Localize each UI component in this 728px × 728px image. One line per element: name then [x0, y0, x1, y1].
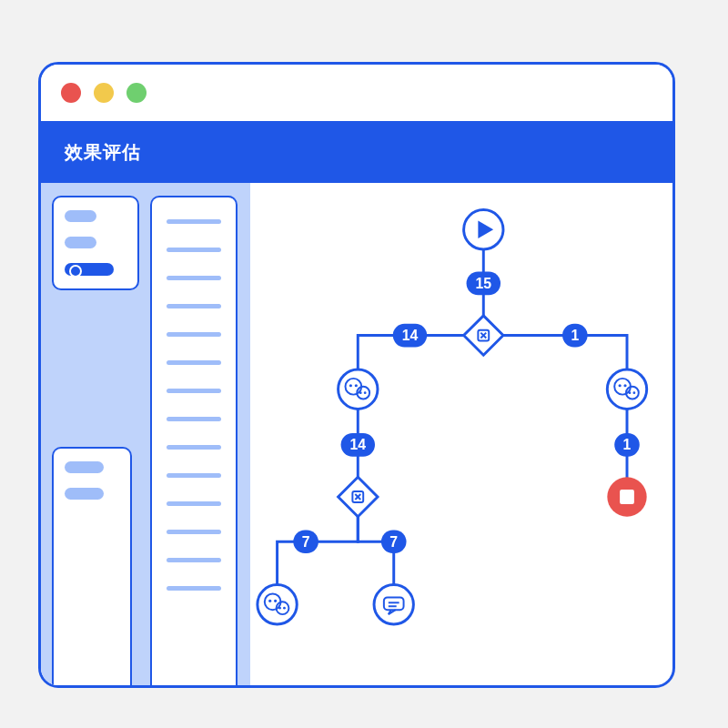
- edge-count: 1: [571, 328, 579, 343]
- header-bar: 效果评估: [41, 121, 672, 183]
- edge-count: 1: [623, 437, 632, 452]
- edge-count: 14: [350, 437, 367, 452]
- sidebar-panel-top: [52, 196, 139, 290]
- list-item[interactable]: [167, 501, 221, 506]
- svg-point-28: [374, 585, 413, 624]
- flow-node-decision[interactable]: [339, 477, 378, 516]
- maximize-icon[interactable]: [126, 83, 147, 103]
- svg-point-25: [274, 600, 277, 602]
- page-title: 效果评估: [65, 140, 141, 165]
- list-item[interactable]: [167, 360, 221, 365]
- svg-point-26: [278, 607, 281, 610]
- svg-point-9: [359, 391, 362, 394]
- list-item[interactable]: [167, 276, 221, 280]
- sidebar-panel-bottom: [52, 447, 132, 685]
- flow-node-wechat[interactable]: [339, 369, 378, 409]
- list-item[interactable]: [167, 332, 221, 337]
- svg-point-14: [619, 384, 622, 387]
- edge-count: 7: [302, 534, 310, 550]
- sidebar-item[interactable]: [65, 461, 104, 473]
- sidebar-item[interactable]: [65, 237, 96, 248]
- flow-node-play[interactable]: [464, 210, 503, 249]
- flow-node-stop[interactable]: [607, 477, 646, 516]
- list-item[interactable]: [167, 473, 221, 478]
- flowchart: 1514114177: [250, 183, 672, 685]
- sidebar-list: [150, 196, 238, 685]
- sidebar: [41, 183, 250, 685]
- flow-node-wechat[interactable]: [607, 369, 646, 409]
- svg-point-7: [349, 384, 352, 387]
- list-item[interactable]: [167, 304, 221, 308]
- svg-point-27: [283, 607, 286, 610]
- svg-point-15: [623, 384, 626, 387]
- svg-point-24: [268, 600, 271, 602]
- svg-point-10: [364, 391, 367, 394]
- list-item[interactable]: [167, 586, 221, 591]
- svg-rect-32: [620, 490, 634, 504]
- flow-edge: [483, 336, 627, 389]
- list-item[interactable]: [167, 248, 221, 252]
- sidebar-item[interactable]: [65, 488, 104, 500]
- flow-node-message[interactable]: [374, 585, 413, 624]
- sidebar-item-selected[interactable]: [65, 263, 114, 276]
- edge-count: 7: [389, 534, 398, 550]
- edge-count: 14: [402, 328, 419, 343]
- svg-point-8: [355, 384, 358, 387]
- list-item[interactable]: [167, 219, 221, 224]
- minimize-icon[interactable]: [94, 83, 114, 103]
- list-item[interactable]: [167, 530, 221, 534]
- titlebar: [41, 65, 672, 121]
- flow-node-decision[interactable]: [464, 316, 503, 355]
- close-icon[interactable]: [61, 83, 81, 103]
- list-item[interactable]: [167, 389, 221, 393]
- sidebar-item[interactable]: [65, 210, 96, 222]
- list-item[interactable]: [167, 417, 221, 421]
- flow-canvas[interactable]: 1514114177: [250, 183, 672, 685]
- svg-point-17: [633, 391, 636, 394]
- list-item[interactable]: [167, 558, 221, 562]
- app-window: 效果评估 1514114177: [38, 62, 675, 688]
- flow-node-wechat[interactable]: [258, 585, 297, 624]
- svg-point-16: [629, 391, 632, 394]
- list-item[interactable]: [167, 445, 221, 450]
- edge-count: 15: [476, 276, 492, 291]
